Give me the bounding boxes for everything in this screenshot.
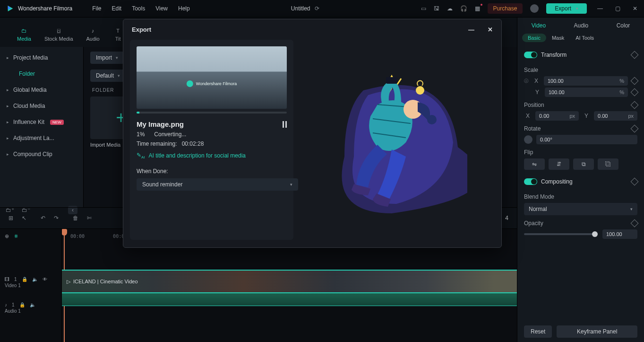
flip-vertical-button[interactable]: ⇵: [549, 158, 569, 170]
modal-titlebar: Export — ✕: [123, 19, 501, 40]
lock-icon[interactable]: 🔒: [22, 277, 27, 282]
menu-tools[interactable]: Tools: [132, 5, 145, 12]
undo-button[interactable]: ↶: [41, 215, 45, 221]
toggle-transform[interactable]: [524, 52, 537, 58]
lock-icon[interactable]: 🔒: [19, 302, 25, 307]
rtab-color[interactable]: Color: [617, 22, 630, 29]
modal-minimize-button[interactable]: —: [468, 26, 474, 33]
opacity-label: Opacity: [524, 220, 637, 227]
sidebar-item-folder[interactable]: Folder: [0, 66, 83, 82]
purchase-button[interactable]: Purchase: [488, 3, 523, 14]
time-remaining-value: 00:02:28: [182, 140, 204, 147]
headphones-icon[interactable]: 🎧: [460, 5, 467, 12]
audio-clip[interactable]: [62, 293, 517, 306]
keyframe-diamond-icon[interactable]: [631, 219, 639, 228]
save-icon[interactable]: 🖫: [434, 5, 439, 12]
flip-horizontal-button[interactable]: ⇋: [524, 158, 545, 170]
keyframe-diamond-icon[interactable]: [631, 178, 639, 186]
cloud-sync-icon[interactable]: ⟳: [315, 5, 319, 12]
audio-icon: ♪: [88, 26, 98, 35]
minimize-button[interactable]: —: [597, 5, 603, 12]
app-name: Wondershare Filmora: [18, 5, 72, 12]
cursor-icon[interactable]: ↖: [22, 215, 26, 221]
video-clip[interactable]: ▷ ICELAND | Cinematic Video: [62, 270, 517, 293]
pos-y-input[interactable]: 0.00px: [594, 111, 637, 121]
speaker-icon[interactable]: 🔈: [32, 277, 38, 282]
sidebar-item-compound-clip[interactable]: ▸Compound Clip: [0, 146, 83, 162]
menu-file[interactable]: File: [92, 5, 101, 12]
timeline-end-time: 4: [505, 215, 508, 221]
eye-icon[interactable]: 👁: [43, 277, 47, 282]
sidebar-item-global-media[interactable]: ▸Global Media: [0, 82, 83, 98]
menu-view[interactable]: View: [155, 5, 168, 12]
speaker-icon[interactable]: 🔈: [30, 302, 35, 307]
link-tracks-icon[interactable]: 𐄹: [14, 233, 19, 239]
when-done-dropdown[interactable]: Sound reminder ▾: [137, 178, 298, 191]
close-button[interactable]: ✕: [633, 5, 637, 12]
sidebar-item-cloud-media[interactable]: ▸Cloud Media: [0, 98, 83, 114]
monitor-icon[interactable]: ▭: [421, 5, 426, 12]
note-icon: ♪: [5, 302, 7, 307]
export-thumbnail: Wondershare Filmora: [137, 46, 287, 109]
copy-button[interactable]: ⧉: [573, 158, 594, 170]
redo-button[interactable]: ↷: [54, 215, 59, 221]
grid-icon[interactable]: ⊞: [9, 215, 13, 221]
keyframe-diamond-icon[interactable]: [631, 125, 639, 133]
opacity-input[interactable]: 100.00: [602, 229, 637, 239]
video-track-header[interactable]: 🎞1🔒🔈👁 Video 1: [0, 270, 61, 295]
rtab-video[interactable]: Video: [532, 22, 546, 29]
keyframe-diamond-icon[interactable]: [631, 88, 639, 96]
rotate-input[interactable]: 0.00°: [536, 135, 637, 144]
compositing-header[interactable]: Compositing: [524, 175, 637, 189]
rotate-dial-icon[interactable]: [524, 135, 532, 144]
export-button[interactable]: Export ▾: [546, 3, 587, 14]
tab-media[interactable]: 🗀 Media: [17, 26, 31, 42]
tab-audio[interactable]: ♪ Audio: [86, 26, 100, 42]
chevron-down-icon: ▾: [576, 6, 578, 11]
sidebar-item-adjustment-layer[interactable]: ▸Adjustment La...: [0, 130, 83, 146]
export-status: Converting...: [154, 131, 186, 138]
keyframe-diamond-icon[interactable]: [631, 101, 639, 109]
paste-button[interactable]: ⿻: [598, 158, 618, 170]
keyframe-diamond-icon[interactable]: [631, 51, 639, 59]
sidebar-item-influence-kit[interactable]: ▸Influence KitNEW: [0, 114, 83, 130]
keyframe-panel-button[interactable]: Keyframe Panel: [557, 325, 637, 338]
toggle-compositing[interactable]: [524, 178, 537, 185]
delete-button[interactable]: 🗑: [73, 215, 78, 221]
modal-close-button[interactable]: ✕: [488, 26, 493, 33]
cloud-icon[interactable]: ☁: [447, 5, 453, 12]
audio-track-header[interactable]: ♪1🔒🔈 Audio 1: [0, 295, 61, 321]
menu-help[interactable]: Help: [178, 5, 190, 12]
lock-aspect-icon[interactable]: ⦾: [524, 78, 529, 84]
menu-edit[interactable]: Edit: [112, 5, 122, 12]
avatar-icon[interactable]: [530, 4, 539, 13]
clip-title: ICELAND | Cinematic Video: [73, 279, 138, 284]
import-dropdown[interactable]: Import▾: [90, 52, 124, 64]
cut-button[interactable]: ✄: [87, 215, 92, 221]
blend-mode-dropdown[interactable]: Normal▾: [524, 203, 637, 215]
top-menus: File Edit Tools View Help: [92, 5, 190, 12]
rsubtab-basic[interactable]: Basic: [522, 34, 546, 42]
scale-x-input[interactable]: 100.00%: [544, 76, 628, 86]
reset-button[interactable]: Reset: [524, 325, 552, 338]
flip-label: Flip: [524, 149, 637, 156]
add-track-button[interactable]: ⊕: [5, 233, 9, 239]
transform-header[interactable]: Transform: [524, 48, 637, 62]
rsubtab-ai-tools[interactable]: AI Tools: [570, 34, 600, 42]
keyframe-diamond-icon[interactable]: [631, 77, 639, 85]
chevron-down-icon: ▾: [116, 55, 118, 60]
sort-dropdown[interactable]: Default▾: [90, 70, 126, 82]
pos-x-input[interactable]: 0.00px: [535, 111, 579, 121]
opacity-slider[interactable]: [524, 233, 598, 235]
tab-titles[interactable]: T Tit: [113, 26, 123, 42]
pause-export-button[interactable]: [283, 121, 287, 128]
tab-stock-media[interactable]: ⌼ Stock Media: [44, 26, 73, 42]
sidebar-item-project-media[interactable]: ▸Project Media: [0, 50, 83, 66]
apps-icon[interactable]: ▦: [475, 5, 480, 12]
rsubtab-mask[interactable]: Mask: [546, 34, 570, 42]
maximize-button[interactable]: ▢: [615, 5, 620, 12]
rtab-audio[interactable]: Audio: [574, 22, 589, 29]
ai-title-link[interactable]: ✎AI AI title and description for social …: [137, 152, 287, 159]
scale-y-input[interactable]: 100.00%: [545, 88, 628, 97]
chevron-right-icon: ▸: [6, 88, 9, 92]
